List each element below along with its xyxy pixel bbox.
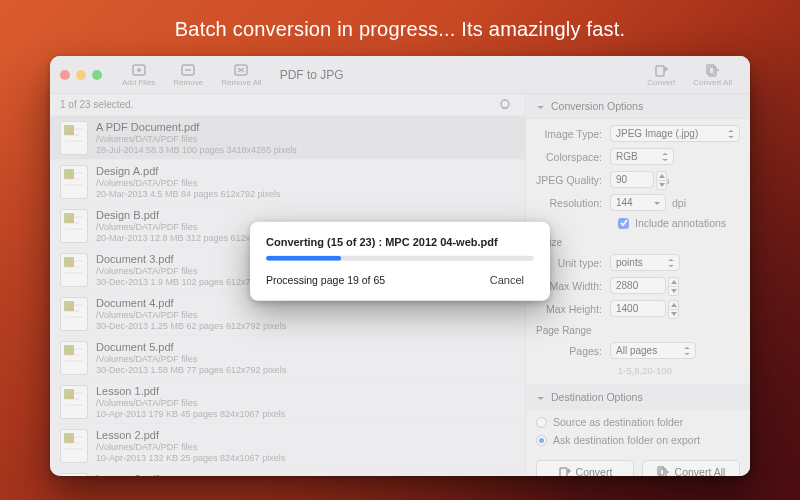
file-name: Lesson 3.pdf xyxy=(96,473,197,476)
minimize-icon[interactable] xyxy=(76,70,86,80)
progress-bar xyxy=(266,256,534,261)
resolution-value: 144 xyxy=(616,197,633,208)
file-thumbnail-icon xyxy=(60,253,88,287)
progress-message: Processing page 19 of 65 xyxy=(266,274,385,286)
file-row[interactable]: Document 5.pdf/Volumes/DATA/PDF files30-… xyxy=(50,336,525,380)
convert-button[interactable]: Convert xyxy=(536,460,634,476)
export-all-icon xyxy=(657,466,670,477)
plus-square-icon xyxy=(131,63,147,77)
file-row[interactable]: Lesson 2.pdf/Volumes/DATA/PDF files10-Ap… xyxy=(50,424,525,468)
file-path: /Volumes/DATA/PDF files xyxy=(96,354,286,364)
destination-options-label: Destination Options xyxy=(551,391,643,403)
file-row[interactable]: A PDF Document.pdf/Volumes/DATA/PDF file… xyxy=(50,116,525,160)
file-row[interactable]: Lesson 3.pdf/Volumes/DATA/PDF files10-Ap… xyxy=(50,468,525,476)
export-icon xyxy=(558,466,571,477)
max-height-stepper[interactable] xyxy=(668,300,679,319)
file-row[interactable]: Design A.pdf/Volumes/DATA/PDF files20-Ma… xyxy=(50,160,525,204)
titlebar: Add Files Remove Remove All PDF to JPG C… xyxy=(50,56,750,94)
options-panel: Conversion Options Image Type: JPEG Imag… xyxy=(526,94,750,476)
file-thumbnail-icon xyxy=(60,429,88,463)
colorspace-select[interactable]: RGB xyxy=(610,148,674,165)
remove-all-button[interactable]: Remove All xyxy=(213,61,269,89)
file-name: Document 5.pdf xyxy=(96,341,286,353)
file-thumbnail-icon xyxy=(60,165,88,199)
svg-rect-3 xyxy=(656,66,664,76)
convert-all-toolbar-button[interactable]: Convert All xyxy=(685,61,740,89)
file-row[interactable]: Lesson 1.pdf/Volumes/DATA/PDF files10-Ap… xyxy=(50,380,525,424)
file-name: Design A.pdf xyxy=(96,165,281,177)
updown-icon xyxy=(666,257,676,269)
remove-button[interactable]: Remove xyxy=(165,61,211,89)
promo-caption: Batch conversion in progress... Its amaz… xyxy=(0,18,800,41)
updown-icon xyxy=(660,151,670,163)
ask-folder-radio-label: Ask destination folder on export xyxy=(553,434,700,446)
colorspace-value: RGB xyxy=(616,151,638,162)
zoom-icon[interactable] xyxy=(92,70,102,80)
export-all-icon xyxy=(705,63,721,77)
max-height-value: 1400 xyxy=(616,303,638,314)
sort-button[interactable] xyxy=(495,97,515,113)
file-path: /Volumes/DATA/PDF files xyxy=(96,222,265,232)
pages-select[interactable]: All pages xyxy=(610,342,696,359)
file-thumbnail-icon xyxy=(60,473,88,476)
cancel-button[interactable]: Cancel xyxy=(480,271,534,289)
image-type-select[interactable]: JPEG Image (.jpg) xyxy=(610,125,740,142)
file-meta: 20-Mar-2013 12.8 MB 312 pages 612x792 xyxy=(96,233,265,243)
file-meta: 10-Apr-2013 132 KB 25 pages 824x1067 pix… xyxy=(96,453,285,463)
max-height-field[interactable]: 1400 xyxy=(610,300,666,317)
updown-icon xyxy=(726,128,736,140)
file-thumbnail-icon xyxy=(60,297,88,331)
file-name: Design B.pdf xyxy=(96,209,265,221)
unit-type-select[interactable]: points xyxy=(610,254,680,271)
ask-folder-radio[interactable] xyxy=(536,435,547,446)
remove-label: Remove xyxy=(173,78,203,87)
colorspace-label: Colorspace: xyxy=(536,151,610,163)
image-type-value: JPEG Image (.jpg) xyxy=(616,128,698,139)
updown-icon xyxy=(682,345,692,357)
file-thumbnail-icon xyxy=(60,341,88,375)
resolution-select[interactable]: 144 xyxy=(610,194,666,211)
file-path: /Volumes/DATA/PDF files xyxy=(96,442,285,452)
max-width-field[interactable]: 2880 xyxy=(610,277,666,294)
unit-type-value: points xyxy=(616,257,643,268)
destination-options-header[interactable]: Destination Options xyxy=(526,384,750,410)
size-subheader: o size xyxy=(536,237,740,248)
svg-rect-7 xyxy=(560,468,567,477)
file-meta: 20-Mar-2013 4.5 MB 84 pages 612x792 pixe… xyxy=(96,189,281,199)
app-window: Add Files Remove Remove All PDF to JPG C… xyxy=(50,56,750,476)
jpeg-quality-label: JPEG Quality: xyxy=(536,174,610,186)
file-meta: 28-Jul-2014 58.3 MB 100 pages 3418x4285 … xyxy=(96,145,297,155)
export-icon xyxy=(653,63,669,77)
add-files-button[interactable]: Add Files xyxy=(114,61,163,89)
file-meta: 30-Dec-2013 1.25 MB 62 pages 612x792 pix… xyxy=(96,321,286,331)
svg-point-6 xyxy=(501,100,509,108)
image-type-label: Image Type: xyxy=(536,128,610,140)
include-annotations-label: Include annotations xyxy=(635,217,726,229)
jpeg-quality-stepper[interactable] xyxy=(656,171,667,190)
convert-all-button-label: Convert All xyxy=(675,466,726,476)
close-icon[interactable] xyxy=(60,70,70,80)
svg-rect-8 xyxy=(658,467,664,475)
dpi-suffix: dpi xyxy=(672,197,686,209)
source-folder-radio[interactable] xyxy=(536,417,547,428)
file-thumbnail-icon xyxy=(60,121,88,155)
convert-button-label: Convert xyxy=(576,466,613,476)
max-width-stepper[interactable] xyxy=(668,277,679,296)
file-path: /Volumes/DATA/PDF files xyxy=(96,178,281,188)
selection-count: 1 of 23 selected. xyxy=(60,99,133,110)
convert-all-toolbar-label: Convert All xyxy=(693,78,732,87)
chevron-down-icon xyxy=(536,102,545,111)
progress-fill xyxy=(266,256,341,261)
include-annotations-checkbox[interactable] xyxy=(618,218,629,229)
file-name: Lesson 1.pdf xyxy=(96,385,285,397)
progress-title: Converting (15 of 23) : MPC 2012 04-web.… xyxy=(266,236,534,248)
file-meta: 10-Apr-2013 179 KB 45 pages 824x1067 pix… xyxy=(96,409,285,419)
max-height-label: Max Height: xyxy=(536,303,610,315)
convert-toolbar-button[interactable]: Convert xyxy=(639,61,683,89)
conversion-options-header[interactable]: Conversion Options xyxy=(526,94,750,119)
progress-dialog: Converting (15 of 23) : MPC 2012 04-web.… xyxy=(250,222,550,301)
convert-all-button[interactable]: Convert All xyxy=(642,460,740,476)
file-thumbnail-icon xyxy=(60,209,88,243)
source-folder-radio-label: Source as destination folder xyxy=(553,416,683,428)
jpeg-quality-field[interactable]: 90 xyxy=(610,171,654,188)
